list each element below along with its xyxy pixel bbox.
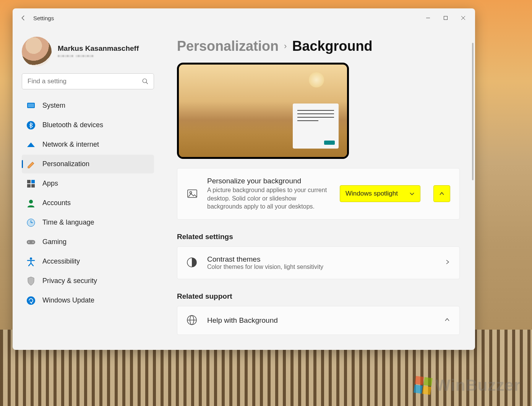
svg-point-20 (30, 257, 32, 260)
network-icon (26, 140, 36, 149)
globe-icon (187, 315, 198, 326)
sidebar-item-label: Windows Update (42, 296, 94, 304)
dropdown-value: Windows spotlight (345, 190, 398, 197)
close-button[interactable] (454, 10, 472, 26)
help-background-card[interactable]: Help with Background (177, 306, 460, 335)
bluetooth-icon (26, 121, 36, 130)
profile-email: ▪▫▪▫▪▫▪ ▫▪▫▪▫▪▫▪ (58, 53, 139, 59)
related-description: Color themes for low vision, light sensi… (207, 264, 323, 270)
time-icon (26, 218, 36, 227)
chevron-right-icon: › (284, 41, 287, 51)
setting-title: Personalize your background (207, 177, 331, 185)
gaming-icon (26, 238, 36, 247)
apps-icon (26, 179, 36, 188)
watermark-text: WinBuzzer (435, 376, 521, 395)
accessibility-icon (26, 257, 36, 266)
titlebar: Settings (13, 8, 475, 27)
sidebar-item-update[interactable]: Windows Update (22, 291, 154, 310)
watermark-logo-icon (414, 376, 433, 395)
sidebar-item-label: Accessibility (42, 257, 80, 265)
maximize-icon (443, 16, 448, 20)
svg-line-5 (146, 82, 148, 84)
svg-point-18 (28, 241, 30, 243)
settings-window: Settings Markus Kasanmascheff ▪▫▪▫▪▫▪ ▫▪… (13, 8, 475, 350)
sidebar-item-apps[interactable]: Apps (22, 174, 154, 193)
avatar (22, 37, 52, 66)
sidebar-item-accessibility[interactable]: Accessibility (22, 252, 154, 271)
chevron-right-icon (445, 259, 450, 266)
sidebar-item-label: Bluetooth & devices (42, 121, 103, 129)
scrollbar[interactable] (472, 43, 474, 180)
maximize-button[interactable] (437, 10, 454, 26)
sidebar-item-personalization[interactable]: Personalization (22, 155, 154, 173)
breadcrumb: Personalization › Background (177, 38, 460, 54)
nav-list: System Bluetooth & devices Network & int… (22, 96, 154, 310)
minimize-button[interactable] (419, 10, 437, 26)
svg-rect-1 (444, 16, 448, 20)
personalize-background-card: Personalize your background A picture ba… (177, 168, 460, 220)
svg-point-23 (190, 192, 192, 194)
expand-card-button[interactable] (433, 185, 450, 202)
sidebar-item-label: Gaming (42, 238, 66, 246)
desktop-preview (177, 63, 349, 159)
sidebar-item-label: Network & internet (42, 141, 99, 149)
sidebar-item-gaming[interactable]: Gaming (22, 233, 154, 251)
sidebar-item-time[interactable]: Time & language (22, 213, 154, 232)
svg-point-4 (143, 79, 147, 83)
svg-point-21 (27, 296, 35, 305)
minimize-icon (426, 16, 430, 20)
back-button[interactable] (16, 10, 31, 26)
sidebar-item-label: System (42, 102, 65, 110)
sidebar-item-privacy[interactable]: Privacy & security (22, 272, 154, 290)
window-title: Settings (33, 15, 54, 21)
profile-name: Markus Kasanmascheff (58, 44, 139, 53)
svg-rect-10 (31, 180, 35, 183)
system-icon (26, 101, 36, 110)
sidebar-item-label: Privacy & security (42, 277, 97, 285)
main-content: Personalization › Background Personalize… (162, 27, 475, 350)
personalization-icon (26, 160, 36, 169)
sidebar-item-label: Accounts (42, 199, 71, 207)
picture-icon (187, 188, 198, 199)
sidebar-item-label: Apps (42, 180, 58, 188)
profile-block[interactable]: Markus Kasanmascheff ▪▫▪▫▪▫▪ ▫▪▫▪▫▪▫▪ (22, 32, 154, 73)
svg-rect-17 (27, 240, 35, 244)
contrast-icon (187, 257, 198, 269)
related-title: Help with Background (207, 316, 278, 325)
chevron-down-icon (409, 191, 415, 196)
sidebar-item-accounts[interactable]: Accounts (22, 194, 154, 212)
search-icon (142, 78, 149, 86)
sidebar-item-system[interactable]: System (22, 96, 154, 115)
svg-rect-12 (31, 184, 35, 188)
breadcrumb-parent[interactable]: Personalization (177, 38, 279, 54)
chevron-up-icon (439, 191, 445, 197)
svg-rect-11 (27, 184, 31, 188)
page-title: Background (292, 38, 372, 54)
svg-point-13 (29, 200, 33, 204)
preview-window-mock (293, 104, 339, 149)
privacy-icon (26, 277, 36, 286)
related-settings-heading: Related settings (177, 233, 460, 241)
setting-description: A picture background applies to your cur… (207, 186, 331, 211)
watermark: WinBuzzer (415, 376, 521, 395)
close-icon (461, 16, 466, 20)
related-support-heading: Related support (177, 292, 460, 301)
sidebar-item-label: Time & language (42, 218, 94, 226)
sidebar-item-bluetooth[interactable]: Bluetooth & devices (22, 116, 154, 134)
sidebar: Markus Kasanmascheff ▪▫▪▫▪▫▪ ▫▪▫▪▫▪▫▪ Sy… (13, 27, 162, 350)
search-input[interactable] (22, 73, 154, 89)
chevron-up-icon (444, 317, 450, 324)
related-title: Contrast themes (207, 255, 323, 264)
background-type-dropdown[interactable]: Windows spotlight (340, 185, 420, 202)
update-icon (26, 296, 36, 305)
accounts-icon (26, 199, 36, 208)
arrow-left-icon (20, 15, 27, 21)
svg-rect-7 (28, 104, 34, 107)
contrast-themes-card[interactable]: Contrast themes Color themes for low vis… (177, 246, 460, 279)
svg-point-19 (32, 241, 34, 243)
svg-rect-9 (27, 180, 31, 183)
sidebar-item-label: Personalization (42, 160, 89, 168)
sidebar-item-network[interactable]: Network & internet (22, 135, 154, 154)
